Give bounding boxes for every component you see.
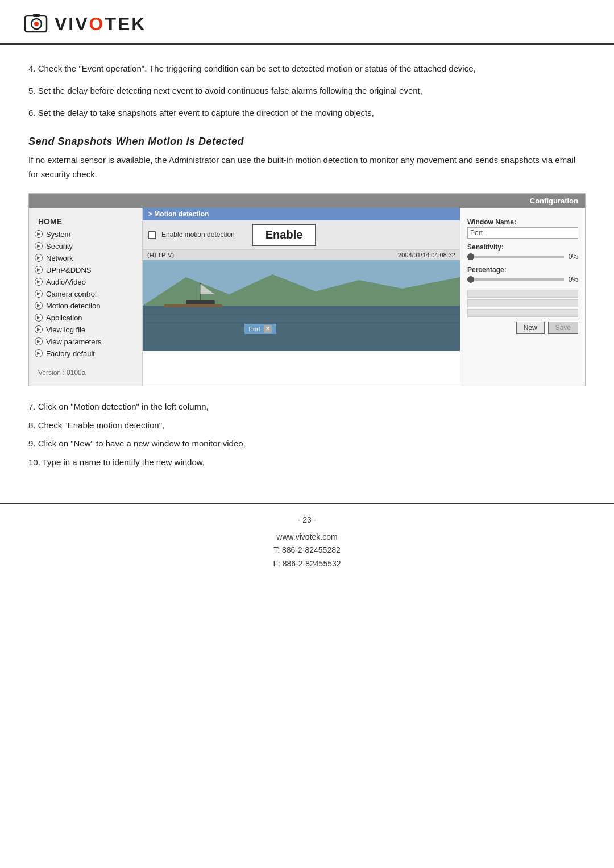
version-text: Version : 0100a bbox=[29, 360, 142, 379]
sidebar-item-security[interactable]: ► Security bbox=[29, 240, 142, 252]
ui-sidebar: HOME ► System ► Security ► Network ► UPn… bbox=[29, 208, 143, 386]
sidebar-item-factorydefault[interactable]: ► Factory default bbox=[29, 348, 142, 360]
config-bar: Configuration bbox=[29, 194, 585, 208]
percentage-pct: 0% bbox=[569, 276, 578, 283]
page-header: VIVOTEK bbox=[0, 0, 614, 45]
step-9: 9. Click on "New" to have a new window t… bbox=[28, 437, 586, 451]
svg-rect-6 bbox=[143, 306, 460, 351]
line-placeholder-3 bbox=[467, 309, 578, 317]
port-close-button[interactable]: ✕ bbox=[264, 325, 272, 333]
camera-scene-svg bbox=[143, 260, 460, 351]
footer: - 23 - www.vivotek.com T: 886-2-82455282… bbox=[0, 504, 614, 582]
percentage-row: 0% bbox=[467, 275, 578, 284]
sidebar-label-system: System bbox=[46, 230, 70, 239]
footer-phone: T: 886-2-82455282 bbox=[0, 544, 614, 557]
arrow-icon-audiovideo: ► bbox=[35, 278, 43, 286]
sensitivity-pct: 0% bbox=[569, 253, 578, 261]
logo-tek: TEK bbox=[105, 14, 146, 34]
enable-label: Enable motion detection bbox=[161, 231, 235, 239]
button-row: New Save bbox=[467, 322, 578, 334]
line-placeholder-1 bbox=[467, 290, 578, 298]
sensitivity-slider-bar bbox=[467, 256, 564, 258]
arrow-icon-factorydefault: ► bbox=[35, 349, 43, 357]
ui-right-panel: Window Name: Sensitivity: 0% Percentage: bbox=[460, 208, 585, 386]
enable-button[interactable]: Enable bbox=[252, 224, 317, 246]
paragraph-4: 4. Check the "Event operation". The trig… bbox=[28, 62, 586, 76]
footer-fax: F: 886-2-82455532 bbox=[0, 557, 614, 571]
sidebar-item-viewlog[interactable]: ► View log file bbox=[29, 324, 142, 336]
sidebar-label-network: Network bbox=[46, 254, 73, 262]
step-10: 10. Type in a name to identify the new w… bbox=[28, 456, 586, 470]
camera-image: Port ✕ bbox=[143, 260, 460, 351]
window-name-label: Window Name: bbox=[467, 218, 578, 226]
section-intro: If no external sensor is available, the … bbox=[28, 153, 586, 182]
sidebar-label-security: Security bbox=[46, 242, 73, 251]
main-content: 4. Check the "Event operation". The trig… bbox=[0, 45, 614, 486]
step-8: 8. Check "Enable motion detection", bbox=[28, 419, 586, 433]
svg-rect-12 bbox=[164, 304, 222, 307]
logo-o-letter: O bbox=[89, 14, 105, 34]
arrow-icon-system: ► bbox=[35, 230, 43, 238]
enable-checkbox[interactable] bbox=[148, 231, 156, 239]
sidebar-home[interactable]: HOME bbox=[29, 215, 142, 228]
line-placeholder-2 bbox=[467, 299, 578, 307]
steps-list: 7. Click on "Motion detection" in the le… bbox=[28, 400, 586, 470]
percentage-label: Percentage: bbox=[467, 266, 578, 274]
percentage-slider-container bbox=[467, 275, 564, 284]
arrow-icon-viewparams: ► bbox=[35, 337, 43, 345]
sidebar-item-viewparams[interactable]: ► View parameters bbox=[29, 336, 142, 348]
arrow-icon-upnp: ► bbox=[35, 266, 43, 274]
enable-row: Enable motion detection Enable bbox=[143, 220, 460, 250]
lines-area bbox=[467, 290, 578, 317]
sidebar-item-network[interactable]: ► Network bbox=[29, 252, 142, 264]
sidebar-label-motiondetection: Motion detection bbox=[46, 302, 100, 310]
logo-icon bbox=[23, 10, 50, 37]
paragraph-5: 5. Set the delay before detecting next e… bbox=[28, 84, 586, 98]
sidebar-item-system[interactable]: ► System bbox=[29, 228, 142, 240]
arrow-icon-security: ► bbox=[35, 242, 43, 250]
camera-timestamp: 2004/01/14 04:08:32 bbox=[398, 252, 455, 258]
new-button[interactable]: New bbox=[516, 322, 545, 334]
sensitivity-label: Sensitivity: bbox=[467, 243, 578, 251]
sidebar-label-cameracontrol: Camera control bbox=[46, 290, 97, 298]
percentage-slider-bar bbox=[467, 278, 564, 281]
sidebar-label-audiovideo: Audio/Video bbox=[46, 278, 86, 286]
camera-header: (HTTP-V) 2004/01/14 04:08:32 bbox=[143, 250, 460, 260]
sidebar-label-application: Application bbox=[46, 314, 82, 322]
svg-rect-3 bbox=[33, 14, 40, 17]
sidebar-item-upnp[interactable]: ► UPnP&DDNS bbox=[29, 264, 142, 276]
sidebar-label-factorydefault: Factory default bbox=[46, 349, 95, 358]
ui-center-panel: > Motion detection Enable motion detecti… bbox=[143, 208, 460, 386]
camera-http-label: (HTTP-V) bbox=[147, 252, 174, 258]
save-button[interactable]: Save bbox=[548, 322, 578, 334]
paragraph-6-text: 6. Set the delay to take snapshots after… bbox=[28, 108, 374, 118]
port-label-box: Port ✕ bbox=[244, 324, 276, 334]
section-heading: Send Snapshots When Motion is Detected bbox=[28, 136, 586, 148]
sidebar-item-audio-video[interactable]: ► Audio/Video bbox=[29, 276, 142, 288]
percentage-slider-handle[interactable] bbox=[467, 276, 474, 283]
arrow-icon-viewlog: ► bbox=[35, 326, 43, 333]
sidebar-item-motion-detection[interactable]: ► Motion detection bbox=[29, 300, 142, 312]
port-text: Port bbox=[249, 326, 260, 332]
logo: VIVOTEK bbox=[23, 10, 591, 37]
paragraph-4-text: 4. Check the "Event operation". The trig… bbox=[28, 64, 476, 73]
sidebar-item-application[interactable]: ► Application bbox=[29, 312, 142, 324]
sidebar-label-upnp: UPnP&DDNS bbox=[46, 266, 91, 274]
step-7: 7. Click on "Motion detection" in the le… bbox=[28, 400, 586, 414]
sidebar-item-camera-control[interactable]: ► Camera control bbox=[29, 288, 142, 300]
arrow-icon-motiondetection: ► bbox=[35, 302, 43, 310]
ui-screenshot: Configuration HOME ► System ► Security ►… bbox=[28, 193, 586, 386]
motion-detection-bar: > Motion detection bbox=[143, 208, 460, 220]
page-number: - 23 - bbox=[0, 514, 614, 527]
paragraph-6: 6. Set the delay to take snapshots after… bbox=[28, 106, 586, 120]
svg-point-2 bbox=[34, 22, 39, 26]
window-name-input[interactable] bbox=[467, 227, 578, 239]
logo-viv: VIV bbox=[55, 14, 89, 34]
sensitivity-slider-handle[interactable] bbox=[467, 253, 474, 260]
sensitivity-row: 0% bbox=[467, 252, 578, 261]
arrow-icon-application: ► bbox=[35, 314, 43, 322]
sensitivity-slider-container bbox=[467, 252, 564, 261]
logo-brand-text: VIVOTEK bbox=[55, 14, 146, 35]
arrow-icon-cameracontrol: ► bbox=[35, 290, 43, 298]
sidebar-label-viewlog: View log file bbox=[46, 326, 85, 334]
